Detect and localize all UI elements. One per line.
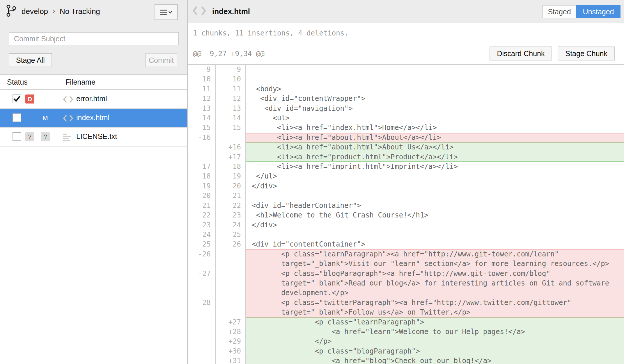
diff-old-line-number (188, 356, 216, 364)
file-checkbox-checked[interactable] (13, 94, 21, 103)
diff-row-ctx: 2223 <h1>Welcome to the Git Crash Course… (188, 210, 624, 220)
diff-code-line: </p> (252, 337, 624, 346)
diff-new-line-number: 22 (216, 201, 246, 210)
diff-code-cell: <a href="learn">Welcome to our Help page… (246, 327, 624, 337)
diff-old-line-number: 10 (188, 74, 216, 84)
diff-new-line-number: 19 (216, 172, 246, 181)
file-row[interactable]: D error.html (0, 90, 187, 109)
diff-old-line-number: 14 (188, 113, 216, 123)
diff-row-add: +31 <a href="blog">Check out our blog!</… (188, 356, 624, 364)
diff-code-line: <div id="contentContainer"> (252, 240, 624, 249)
diff-new-line-number: +31 (216, 356, 246, 364)
diff-old-line-number: -26 (188, 249, 216, 269)
diff-code-line: <p class="learnParagraph"><a href="http:… (252, 249, 624, 259)
stage-all-button[interactable]: Stage All (9, 53, 52, 67)
diff-code-cell: <p class="twitterParagraph"><a href="htt… (246, 298, 624, 317)
diff-code-cell: <div id="contentWrapper"> (246, 94, 624, 104)
diff-old-line-number: -16 (188, 133, 216, 142)
diff-code-cell (246, 191, 624, 201)
diff-new-line-number: 14 (216, 113, 246, 123)
diff-old-line-number: 22 (188, 210, 216, 220)
stage-chunk-button[interactable]: Stage Chunk (558, 47, 615, 60)
diff-code-cell: <li><a href="index.html">Home</a></li> (246, 123, 624, 133)
tracking-status[interactable]: No Tracking (60, 7, 100, 16)
diff-old-line-number: -27 (188, 269, 216, 298)
diff-row-add: +17 <li><a href="product.html">Product</… (188, 152, 624, 162)
diff-code-cell: <h1>Welcome to the Git Crash Course!</h1… (246, 210, 624, 220)
file-name: error.html (76, 94, 107, 103)
file-checkbox[interactable] (13, 132, 21, 141)
diff-new-line-number (216, 249, 246, 269)
branch-name[interactable]: develop (22, 7, 48, 16)
diff-code-line: <li><a href="imprint.html">Imprint</a></… (252, 162, 624, 172)
diff-code-line: target="_blank">Visit our "learn" sectio… (252, 259, 624, 269)
status-badge-deleted: D (25, 94, 34, 104)
diff-row-ctx: 1819 </ul> (188, 172, 624, 181)
diff-old-line-number (188, 152, 216, 162)
diff-code-cell: <li><a href="about.html">About Us</a></l… (246, 142, 624, 152)
diff-code-line: <p class="blogParagraph"> (252, 347, 624, 356)
menu-button[interactable] (155, 4, 178, 20)
diff-row-ctx: 2526<div id="contentContainer"> (188, 240, 624, 249)
diff-row-del: -28 <p class="twitterParagraph"><a href=… (188, 298, 624, 317)
staged-tab[interactable]: Staged (543, 5, 576, 18)
chunk-header-bar: @@ -9,27 +9,34 @@ Discard Chunk Stage Ch… (188, 43, 624, 65)
diff-row-ctx: 1414 <ul> (188, 113, 624, 123)
diff-code-cell: </div> (246, 220, 624, 230)
diff-old-line-number: 13 (188, 104, 216, 113)
chunk-actions: Discard Chunk Stage Chunk (490, 47, 615, 60)
code-file-icon (63, 115, 73, 124)
diff-row-ctx: 2425 (188, 230, 624, 240)
commit-button[interactable]: Commit (145, 53, 177, 67)
file-row[interactable]: M index.html (0, 109, 187, 128)
diff-row-add: +27 <p class="learnParagraph"> (188, 317, 624, 327)
diff-row-ctx: 1111 <body> (188, 84, 624, 94)
diff-old-line-number: 12 (188, 94, 216, 104)
diff-new-line-number: 12 (216, 94, 246, 104)
diff-code-cell: <p class="learnParagraph"> (246, 317, 624, 327)
diff-code-cell: <li><a href="product.html">Product</a></… (246, 152, 624, 162)
file-table-header: Status Filename (0, 75, 187, 90)
diff-pane: index.html Staged Unstaged 1 chunks, 11 … (188, 0, 624, 364)
diff-old-line-number (188, 142, 216, 152)
unstaged-tab[interactable]: Unstaged (576, 5, 621, 18)
diff-old-line-number: 15 (188, 123, 216, 133)
commit-subject-input[interactable] (9, 32, 179, 45)
diff-new-line-number: +16 (216, 142, 246, 152)
diff-new-line-number: 10 (216, 74, 246, 84)
diff-code-line: <p class="learnParagraph"> (252, 317, 624, 327)
diff-code-line: <a href="learn">Welcome to our Help page… (252, 327, 624, 337)
diff-old-line-number: -28 (188, 298, 216, 317)
diff-old-line-number: 11 (188, 84, 216, 94)
file-checkbox[interactable] (13, 113, 21, 122)
diff-row-add: +16 <li><a href="about.html">About Us</a… (188, 142, 624, 152)
diff-code-cell: <div id="navigation"> (246, 104, 624, 113)
diff-code-line: </ul> (252, 172, 624, 181)
diff-summary-text: 1 chunks, 11 insertions, 4 deletions. (193, 29, 349, 37)
file-table: Status Filename D error.htmlM index.html… (0, 75, 187, 147)
status-badge-untracked: ? (25, 132, 34, 141)
diff-header: index.html Staged Unstaged (188, 0, 624, 23)
diff-code-cell: <li><a href="about.html">About</a></li> (246, 133, 624, 142)
diff-code-cell: <a href="blog">Check out our blog!</a> (246, 356, 624, 364)
status-badge-untracked: ? (41, 132, 50, 141)
diff-new-line-number: 26 (216, 240, 246, 249)
diff-code-line: <p class="twitterParagraph"><a href="htt… (252, 298, 624, 308)
diff-new-line-number: 11 (216, 84, 246, 94)
diff-row-add: +30 <p class="blogParagraph"> (188, 347, 624, 356)
git-client-window: develop › No Tracking Stage All Commit S… (0, 0, 624, 364)
diff-new-line-number: 25 (216, 230, 246, 240)
diff-body: 9910101111 <body>1212 <div id="contentWr… (188, 65, 624, 364)
diff-code-cell: <p class="learnParagraph"><a href="http:… (246, 249, 624, 269)
diff-old-line-number: 21 (188, 201, 216, 210)
diff-code-cell (246, 230, 624, 240)
status-badge-modified: M (41, 113, 50, 122)
file-row[interactable]: ?? LICENSE.txt (0, 128, 187, 147)
diff-new-line-number: 13 (216, 104, 246, 113)
diff-new-line-number (216, 133, 246, 142)
diff-old-line-number (188, 327, 216, 337)
file-name: index.html (76, 113, 109, 122)
diff-old-line-number: 20 (188, 191, 216, 201)
diff-old-line-number: 23 (188, 220, 216, 230)
discard-chunk-button[interactable]: Discard Chunk (490, 47, 552, 60)
